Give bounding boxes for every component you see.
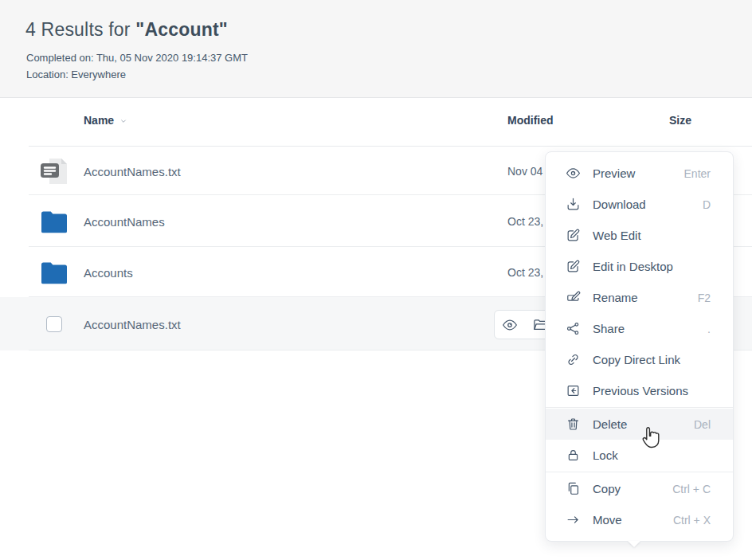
- menu-tail-arrow: [628, 541, 640, 547]
- eye-icon: [565, 166, 581, 181]
- folder-name[interactable]: Accounts: [84, 265, 133, 279]
- menu-item-label: Copy: [593, 482, 621, 495]
- row-checkbox-cell: [38, 316, 70, 332]
- modified-value: Nov 04: [507, 165, 542, 178]
- menu-item-shortcut: D: [703, 198, 711, 211]
- folder-icon: [38, 210, 70, 233]
- menu-item-label: Rename: [593, 291, 638, 304]
- menu-item-share[interactable]: Share .: [546, 313, 733, 344]
- menu-item-label: Previous Versions: [593, 384, 688, 397]
- menu-item-shortcut: .: [707, 323, 711, 335]
- folder-icon: [38, 260, 70, 284]
- menu-item-label: Edit in Desktop: [593, 260, 673, 273]
- menu-item-shortcut: Del: [694, 418, 711, 431]
- modified-value: Oct 23,: [507, 215, 543, 228]
- context-menu: Preview Enter Download D Web Edit Edit i…: [545, 151, 734, 542]
- row-checkbox[interactable]: [46, 316, 62, 332]
- text-file-icon: [38, 157, 70, 186]
- search-results-screen: 4 Results for "Account" Completed on: Th…: [0, 0, 752, 560]
- menu-separator: [546, 407, 733, 408]
- trash-icon: [565, 417, 581, 432]
- link-icon: [565, 352, 581, 367]
- download-icon: [565, 197, 581, 212]
- modified-value: Oct 23,: [507, 266, 543, 279]
- menu-item-delete[interactable]: Delete Del: [546, 409, 733, 440]
- menu-item-label: Copy Direct Link: [593, 353, 680, 366]
- search-header: 4 Results for "Account" Completed on: Th…: [0, 0, 752, 98]
- menu-item-label: Move: [593, 513, 622, 527]
- edit-icon: [565, 259, 581, 274]
- menu-item-shortcut: Ctrl + C: [672, 483, 711, 495]
- menu-item-lock[interactable]: Lock: [546, 440, 733, 471]
- copy-icon: [565, 481, 581, 496]
- completed-on-text: Completed on: Thu, 05 Nov 2020 19:14:37 …: [26, 52, 248, 64]
- rename-icon: [565, 290, 581, 305]
- table-header: Name Modified Size: [0, 98, 752, 147]
- page-title-query: "Account": [135, 19, 228, 40]
- menu-item-download[interactable]: Download D: [546, 189, 733, 220]
- preview-eye-icon[interactable]: [495, 317, 525, 333]
- menu-separator: [546, 472, 733, 472]
- menu-item-shortcut: Enter: [684, 167, 711, 180]
- file-name[interactable]: AccountNames.txt: [84, 317, 181, 331]
- menu-item-edit-in-desktop[interactable]: Edit in Desktop: [546, 251, 733, 282]
- menu-item-previous-versions[interactable]: Previous Versions: [546, 375, 733, 406]
- column-header-name-label: Name: [84, 114, 114, 127]
- page-title-prefix: 4 Results for: [25, 19, 135, 40]
- menu-item-label: Web Edit: [593, 229, 641, 242]
- file-name[interactable]: AccountNames.txt: [84, 164, 181, 178]
- share-icon: [565, 321, 581, 336]
- menu-item-copy[interactable]: Copy Ctrl + C: [546, 473, 733, 504]
- menu-item-rename[interactable]: Rename F2: [546, 282, 733, 313]
- menu-item-shortcut: Ctrl + X: [673, 514, 711, 527]
- menu-item-copy-direct-link[interactable]: Copy Direct Link: [546, 344, 733, 375]
- move-arrow-icon: [565, 512, 581, 527]
- column-header-name[interactable]: Name: [84, 114, 127, 127]
- menu-item-label: Share: [593, 322, 625, 335]
- menu-item-shortcut: F2: [698, 292, 711, 304]
- menu-item-label: Lock: [593, 448, 618, 462]
- location-text: Location: Everywhere: [26, 69, 126, 80]
- menu-item-label: Preview: [593, 166, 635, 180]
- lock-icon: [565, 448, 581, 463]
- edit-icon: [565, 228, 581, 243]
- menu-item-label: Download: [593, 198, 646, 211]
- column-header-size[interactable]: Size: [669, 114, 691, 127]
- versions-icon: [565, 383, 581, 398]
- menu-item-move[interactable]: Move Ctrl + X: [546, 504, 733, 535]
- page-title: 4 Results for "Account": [25, 19, 228, 41]
- menu-item-label: Delete: [593, 417, 627, 431]
- chevron-down-icon: [119, 118, 127, 124]
- menu-item-web-edit[interactable]: Web Edit: [546, 220, 733, 251]
- menu-item-preview[interactable]: Preview Enter: [546, 158, 733, 189]
- folder-name[interactable]: AccountNames: [84, 214, 165, 228]
- column-header-modified[interactable]: Modified: [507, 114, 554, 127]
